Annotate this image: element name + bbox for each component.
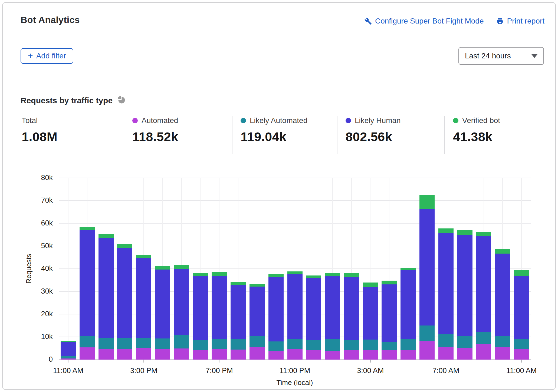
bar-segment-likely-automated xyxy=(61,356,76,358)
bar-segment-likely-human xyxy=(80,230,95,335)
x-tick xyxy=(370,360,371,363)
stat-total: Total 1.08M xyxy=(22,116,57,144)
bar-segment-automated xyxy=(174,348,189,360)
bar-segment-likely-automated xyxy=(99,338,114,348)
bar-segment-likely-automated xyxy=(344,340,359,351)
y-tick-label: 0 xyxy=(26,355,53,364)
stat-likely-automated: Likely Automated 119.04k xyxy=(241,116,307,144)
bar-segment-likely-automated xyxy=(117,338,132,349)
bar-segment-automated xyxy=(363,350,378,360)
x-tick-label: 11:00 AM xyxy=(496,367,547,375)
stacked-bar-11:00 AM xyxy=(61,341,76,360)
configure-super-bot-fight-mode-link[interactable]: Configure Super Bot Fight Mode xyxy=(364,17,484,25)
pie-chart-icon xyxy=(117,96,126,105)
stat-label: Likely Automated xyxy=(250,116,307,125)
likely-automated-dot-icon xyxy=(241,118,246,123)
stacked-bar-7:00 PM xyxy=(212,272,227,360)
x-tick-label: 3:00 AM xyxy=(345,367,396,375)
bar-segment-likely-human xyxy=(457,235,472,336)
stacked-bar-10:00 AM xyxy=(495,249,510,360)
stacked-bar-12:00 PM xyxy=(80,227,95,360)
bar-segment-likely-human xyxy=(231,285,246,339)
bar-segment-likely-automated xyxy=(250,336,265,347)
bar-segment-automated xyxy=(495,347,510,360)
stacked-bar-6:00 AM xyxy=(419,195,435,360)
x-tick-label: 11:00 PM xyxy=(269,367,321,375)
bar-segment-likely-human xyxy=(268,277,284,341)
bar-segment-verified-bot xyxy=(514,270,529,276)
bar-segment-automated xyxy=(306,350,321,360)
bar-segment-verified-bot xyxy=(438,228,454,233)
bar-segment-verified-bot xyxy=(174,265,189,269)
bar-segment-automated xyxy=(287,349,303,360)
bar-segment-automated xyxy=(136,348,151,360)
stacked-bar-4:00 AM xyxy=(382,281,397,360)
bar-segment-likely-automated xyxy=(382,342,397,350)
bar-segment-automated xyxy=(419,341,435,360)
add-filter-button[interactable]: + Add filter xyxy=(21,48,73,64)
bar-segment-likely-human xyxy=(174,269,189,335)
stacked-bar-11:00 AM xyxy=(514,270,529,360)
y-tick-label: 70k xyxy=(26,196,53,205)
bar-segment-likely-human xyxy=(136,258,151,338)
bar-segment-likely-automated xyxy=(495,336,510,347)
bar-segment-automated xyxy=(155,349,170,360)
bar-segment-likely-automated xyxy=(136,338,151,348)
bar-segment-likely-automated xyxy=(325,339,340,351)
bar-segment-automated xyxy=(325,351,340,360)
bar-segment-verified-bot xyxy=(99,234,114,238)
bar-segment-automated xyxy=(80,347,95,360)
bar-segment-likely-human xyxy=(363,287,378,340)
bar-segment-verified-bot xyxy=(495,249,510,254)
y-tick-label: 60k xyxy=(26,219,53,227)
bar-segment-likely-automated xyxy=(268,341,284,351)
stat-divider xyxy=(124,116,124,154)
print-report-link[interactable]: Print report xyxy=(496,17,545,25)
wrench-icon xyxy=(364,17,372,25)
bar-segment-automated xyxy=(382,350,397,360)
bar-segment-verified-bot xyxy=(136,255,151,258)
bar-segment-automated xyxy=(268,351,284,360)
bar-segment-likely-automated xyxy=(438,334,454,347)
bar-segment-automated xyxy=(212,349,227,360)
stat-label: Likely Human xyxy=(355,116,401,125)
stacked-bar-2:00 PM xyxy=(117,244,132,360)
bar-segment-likely-automated xyxy=(193,340,208,350)
x-tick-label: 11:00 AM xyxy=(42,367,94,375)
stacked-bar-5:00 PM xyxy=(174,265,189,360)
x-tick xyxy=(68,360,68,363)
stat-value: 1.08M xyxy=(22,129,57,144)
bar-segment-verified-bot xyxy=(231,282,246,285)
stat-likely-human: Likely Human 802.56k xyxy=(346,116,401,144)
bar-segment-verified-bot xyxy=(476,232,491,236)
section-heading-row: Requests by traffic type xyxy=(21,96,126,105)
header-divider xyxy=(3,77,555,77)
time-range-dropdown[interactable]: Last 24 hours xyxy=(458,47,544,65)
bar-segment-automated xyxy=(117,349,132,360)
bar-segment-automated xyxy=(457,348,472,360)
bar-segment-verified-bot xyxy=(250,284,265,287)
page-title: Bot Analytics xyxy=(21,15,80,25)
bar-segment-likely-automated xyxy=(476,332,491,344)
bar-segment-verified-bot xyxy=(344,273,359,277)
stat-value: 118.52k xyxy=(132,129,178,144)
bar-segment-likely-human xyxy=(476,236,491,332)
stacked-bar-11:00 PM xyxy=(287,271,303,360)
bar-segment-automated xyxy=(231,350,246,360)
bar-segment-verified-bot xyxy=(117,244,132,248)
bar-segment-verified-bot xyxy=(287,271,303,274)
bar-segment-likely-automated xyxy=(212,339,227,349)
bar-segment-likely-automated xyxy=(80,336,95,347)
x-tick-label: 7:00 AM xyxy=(420,367,472,375)
bar-segment-likely-automated xyxy=(155,338,170,349)
stat-divider xyxy=(232,116,232,154)
stat-value: 119.04k xyxy=(241,129,307,144)
bar-segment-automated xyxy=(401,350,416,360)
stacked-bar-9:00 PM xyxy=(250,284,265,360)
stacked-bar-2:00 AM xyxy=(344,273,359,360)
x-tick xyxy=(295,360,295,363)
bar-segment-automated xyxy=(344,350,359,360)
bar-segment-likely-automated xyxy=(363,340,378,350)
stacked-bar-8:00 PM xyxy=(231,282,246,360)
bar-segment-likely-automated xyxy=(306,340,321,350)
